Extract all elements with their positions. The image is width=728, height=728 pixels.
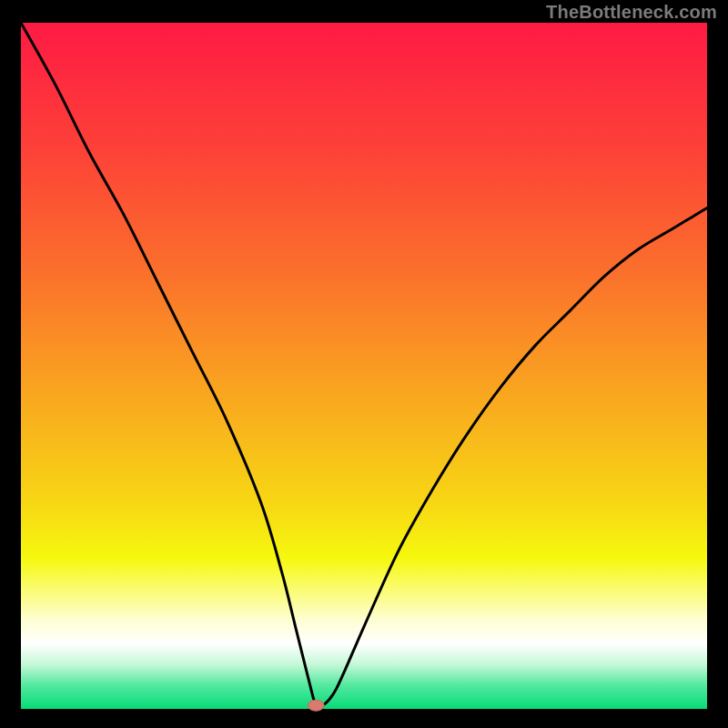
attribution-watermark: TheBottleneck.com xyxy=(546,2,717,23)
optimum-marker xyxy=(308,700,324,711)
gradient-background xyxy=(21,23,707,709)
chart-frame: TheBottleneck.com xyxy=(0,0,728,728)
bottleneck-chart xyxy=(0,0,728,728)
